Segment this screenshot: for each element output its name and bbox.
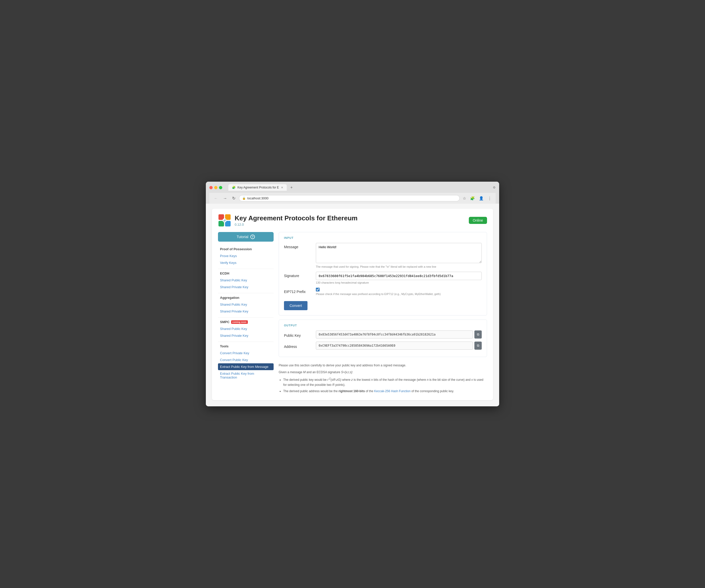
tutorial-button[interactable]: Tutorial ? (218, 232, 274, 242)
tutorial-help-icon: ? (250, 234, 255, 239)
public-key-copy-button[interactable]: ⧉ (474, 330, 482, 338)
traffic-lights (209, 186, 222, 189)
sidebar-item-smpc-shared-public[interactable]: Shared Public Key (218, 325, 274, 332)
output-section: OUTPUT Public Key ⧉ Address (279, 320, 487, 357)
coming-soon-badge: coming soon (231, 320, 248, 324)
info-bullet-1: The derived public key would be r-1(sR-z… (283, 377, 487, 387)
main-content: INPUT Message Hello World! The message t… (279, 232, 487, 395)
online-badge: Online (469, 217, 487, 224)
app-version: 0.12.0 (235, 223, 358, 226)
address-copy-button[interactable]: ⧉ (474, 342, 482, 350)
address-bar[interactable]: 🔒 localhost:3000 (239, 195, 460, 201)
sidebar-item-convert-private-key[interactable]: Convert Private Key (218, 350, 274, 357)
sidebar-item-ecdh-shared-public[interactable]: Shared Public Key (218, 277, 274, 284)
address-row: Address ⧉ (284, 342, 482, 350)
message-textarea[interactable]: Hello World! (316, 243, 482, 263)
browser-toolbar: ← → ↻ 🔒 localhost:3000 ☆ 🧩 👤 ⋮ (209, 193, 496, 204)
tab-bar: 🧩 Key Agreement Protocols for E ✕ + (228, 184, 486, 191)
output-section-label: OUTPUT (284, 324, 482, 327)
address-input-wrap: ⧉ (316, 342, 482, 350)
info-bullet-2: The derived public address would be the … (283, 389, 487, 394)
keccak-link[interactable]: Keccak-256 Hash Function (374, 390, 411, 393)
input-section-label: INPUT (284, 236, 482, 239)
sidebar-item-convert-public-key[interactable]: Convert Public Key (218, 357, 274, 363)
close-button[interactable] (209, 186, 213, 189)
signature-row: Signature 130 characters long hexadecima… (284, 272, 482, 284)
public-key-label: Public Key (284, 331, 312, 337)
eip712-label: EIP712 Prefix (284, 288, 312, 294)
back-button[interactable]: ← (213, 195, 220, 201)
profile-button[interactable]: 👤 (478, 195, 485, 201)
url-text: localhost:3000 (247, 196, 269, 200)
info-bullets: The derived public key would be r-1(sR-z… (279, 377, 487, 394)
signature-field: 130 characters long hexadecimal signatur… (316, 272, 482, 284)
tab-favicon: 🧩 (232, 186, 235, 189)
sidebar: Tutorial ? Proof of Possession Prove Key… (218, 232, 274, 395)
app-logo: 🔗 (218, 214, 231, 227)
browser-chrome: 🧩 Key Agreement Protocols for E ✕ + ⚙ ← … (206, 182, 499, 204)
browser-content: 🔗 Key Agreement Protocols for Ethereum 0… (206, 204, 499, 406)
sidebar-section-aggregation: Aggregation Shared Public Key Shared Pri… (218, 293, 274, 318)
app-header-left: 🔗 Key Agreement Protocols for Ethereum 0… (218, 214, 358, 227)
sidebar-item-extract-public-key-from-transaction[interactable]: Extract Public Key from Transaction (218, 370, 274, 381)
toolbar-actions: ☆ 🧩 👤 ⋮ (462, 195, 492, 201)
eip712-row: EIP712 Prefix Please check if the messag… (284, 288, 482, 296)
message-row: Message Hello World! The message that us… (284, 243, 482, 268)
maximize-button[interactable] (219, 186, 222, 189)
tutorial-label: Tutorial (237, 235, 248, 239)
eip712-checkbox[interactable] (316, 288, 320, 291)
svg-text:🔗: 🔗 (223, 219, 226, 222)
app-title-block: Key Agreement Protocols for Ethereum 0.1… (235, 214, 358, 226)
minimize-button[interactable] (214, 186, 218, 189)
window-control: ⚙ (488, 186, 496, 189)
signature-label: Signature (284, 272, 312, 278)
address-input (316, 342, 473, 350)
signature-hint: 130 characters long hexadecimal signatur… (316, 281, 482, 284)
section-title-ecdh: ECDH (218, 271, 274, 277)
lock-icon: 🔒 (242, 196, 246, 200)
sidebar-item-prove-keys[interactable]: Prove Keys (218, 253, 274, 259)
app-header: 🔗 Key Agreement Protocols for Ethereum 0… (218, 214, 487, 227)
convert-button[interactable]: Convert (284, 301, 308, 310)
sidebar-item-extract-public-key-from-message[interactable]: Extract Public Key from Message (218, 363, 274, 370)
sidebar-section-ecdh: ECDH Shared Public Key Shared Private Ke… (218, 269, 274, 293)
eip712-hint: Please check if the message was prefixed… (316, 292, 482, 296)
eip712-checkbox-row (316, 288, 482, 291)
section-title-aggregation: Aggregation (218, 296, 274, 301)
sidebar-item-aggregation-shared-public[interactable]: Shared Public Key (218, 301, 274, 308)
info-text-1: Please use this section carefully to der… (279, 363, 487, 368)
input-section: INPUT Message Hello World! The message t… (279, 232, 487, 316)
sidebar-item-ecdh-shared-private[interactable]: Shared Private Key (218, 284, 274, 290)
message-field: Hello World! The message that used for s… (316, 243, 482, 268)
forward-button[interactable]: → (222, 195, 229, 201)
eip712-field: Please check if the message was prefixed… (316, 288, 482, 296)
message-hint: The message that used for signing. Pleas… (316, 265, 482, 268)
public-key-input-wrap: ⧉ (316, 330, 482, 338)
public-key-row: Public Key ⧉ (284, 330, 482, 338)
public-key-input (316, 330, 473, 338)
sidebar-section-smpc: SMPC coming soon Shared Public Key Share… (218, 318, 274, 342)
active-tab[interactable]: 🧩 Key Agreement Protocols for E ✕ (228, 184, 287, 191)
smpc-label: SMPC coming soon (218, 320, 274, 325)
message-label: Message (284, 243, 312, 249)
section-title-proof: Proof of Possession (218, 247, 274, 253)
new-tab-button[interactable]: + (288, 184, 295, 191)
bookmark-button[interactable]: ☆ (462, 195, 467, 201)
address-label: Address (284, 343, 312, 349)
sidebar-section-proof-of-possession: Proof of Possession Prove Keys Verify Ke… (218, 245, 274, 269)
app-body: Tutorial ? Proof of Possession Prove Key… (218, 232, 487, 395)
sidebar-item-verify-keys[interactable]: Verify Keys (218, 259, 274, 266)
menu-button[interactable]: ⋮ (487, 195, 492, 201)
refresh-button[interactable]: ↻ (231, 195, 237, 201)
sidebar-item-aggregation-shared-private[interactable]: Shared Private Key (218, 308, 274, 315)
signature-input[interactable] (316, 272, 482, 280)
extensions-button[interactable]: 🧩 (469, 195, 476, 201)
app-container: 🔗 Key Agreement Protocols for Ethereum 0… (212, 209, 493, 400)
info-section: Please use this section carefully to der… (279, 361, 487, 394)
browser-window: 🧩 Key Agreement Protocols for E ✕ + ⚙ ← … (206, 182, 499, 406)
tab-close-button[interactable]: ✕ (281, 186, 283, 189)
app-title: Key Agreement Protocols for Ethereum (235, 214, 358, 222)
sidebar-item-smpc-shared-private[interactable]: Shared Private Key (218, 332, 274, 339)
tab-title: Key Agreement Protocols for E (237, 186, 279, 189)
browser-titlebar: 🧩 Key Agreement Protocols for E ✕ + ⚙ (209, 184, 496, 191)
